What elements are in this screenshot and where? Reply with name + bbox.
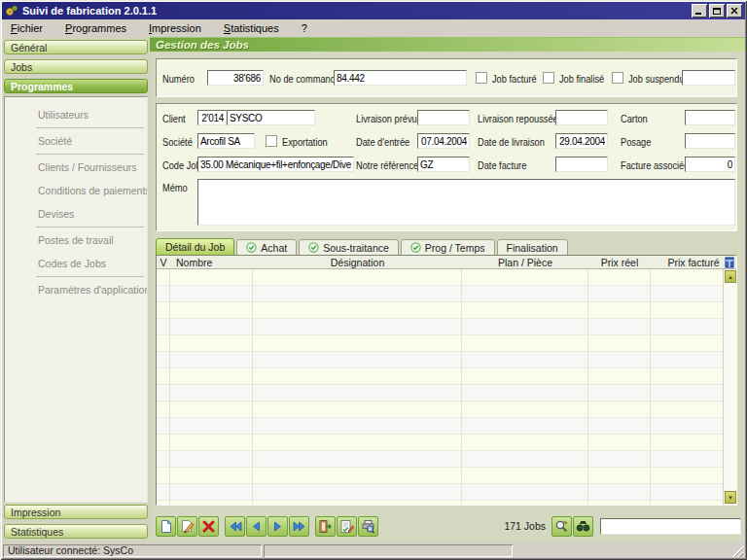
numero-field[interactable] [207,70,264,86]
validate-form-button[interactable] [337,516,357,537]
numero-label: Numéro [162,73,195,85]
previous-arrow-icon [250,520,263,533]
next-arrow-icon [271,520,284,533]
tab-detail-du-job[interactable]: Détail du Job [156,238,234,256]
job-finalise-checkbox[interactable] [543,72,554,84]
column-header-prix-facture[interactable]: Prix facturé [651,256,736,268]
print-preview-icon [361,519,375,534]
column-header-nombre[interactable]: Nombre [170,256,253,268]
no-commande-field[interactable] [334,70,467,86]
scroll-up-button[interactable]: ▲ [725,270,736,283]
table-body [157,269,723,505]
sidebar-item-conditions-de-paiements[interactable]: Conditions de paiements [5,179,147,202]
column-header-designation[interactable]: Désignation [253,256,462,268]
tab-sous-traitance[interactable]: Sous-traitance [299,239,399,256]
table-column [170,269,253,505]
delete-record-button[interactable] [198,516,219,537]
new-document-icon [159,519,173,534]
date-entree-field[interactable] [417,133,470,149]
magnifier-tools-icon [554,519,569,534]
edit-document-icon [180,519,195,534]
sidebar-item-utilisateurs[interactable]: Utilisateurs [5,103,147,126]
status-bar: Utilisateur connecté: SysCo [2,542,745,558]
column-header-v[interactable]: V [157,256,170,268]
posage-field[interactable] [685,133,735,149]
print-preview-button[interactable] [358,516,378,537]
binoculars-icon [576,519,590,534]
status-extra-panel [264,544,513,557]
livraison-repoussee-field[interactable] [555,110,608,125]
column-header-prix-reel[interactable]: Prix réel [588,256,651,268]
date-livraison-label: Date de livraison [478,136,545,148]
memo-field[interactable] [197,179,735,226]
livraison-prevue-label: Livraison prévue [356,113,422,124]
last-record-button[interactable] [289,516,309,537]
search-button[interactable] [573,516,593,537]
menu-programmes[interactable]: Programmes [62,21,129,35]
table-scrollbar[interactable]: ▲ ▼ [723,269,736,505]
tab-label: Sous-traitance [323,242,389,254]
sidebar-group-programmes[interactable]: Programmes [4,79,148,93]
tab-achat[interactable]: Achat [236,239,297,256]
record-count: 171 Jobs [504,520,546,532]
search-tools-button[interactable] [551,516,572,537]
carton-field[interactable] [685,110,735,125]
sidebar: Général Jobs Programmes Utilisateurs Soc… [2,37,150,542]
sidebar-group-statistiques[interactable]: Statistiques [4,524,148,539]
next-record-button[interactable] [267,516,288,537]
minimize-button[interactable] [692,4,707,18]
new-record-button[interactable] [156,516,176,537]
check-icon [308,242,319,253]
main-content: Gestion des Jobs Numéro No de commande J… [150,37,745,542]
first-record-button[interactable] [225,516,245,537]
menu-fichier[interactable]: Fichier [8,21,46,35]
exportation-checkbox[interactable] [266,135,277,147]
resize-grip[interactable] [731,545,743,557]
table-column-grid [157,269,723,505]
facture-associee-field[interactable] [685,157,735,172]
sidebar-item-parametres-application[interactable]: Paramètres d'application [5,278,147,301]
sidebar-item-postes-de-travail[interactable]: Postes de travail [5,228,147,252]
societe-field[interactable] [197,133,255,149]
client-label: Client [162,113,186,124]
close-button[interactable] [727,4,742,18]
menu-help[interactable]: ? [299,21,310,35]
sidebar-items-panel: Utilisateurs Société Clients / Fournisse… [4,96,148,503]
notre-reference-field[interactable] [417,157,470,172]
table-options-icon[interactable] [725,257,734,268]
sidebar-item-societe[interactable]: Société [5,129,147,153]
date-facture-field[interactable] [555,157,608,172]
date-livraison-field[interactable] [555,133,608,149]
edit-record-button[interactable] [177,516,197,537]
menu-impression[interactable]: Impression [146,21,204,35]
menu-statistiques[interactable]: Statistiques [221,21,282,35]
maximize-button[interactable] [709,4,725,18]
sidebar-group-jobs[interactable]: Jobs [4,59,148,74]
client-code-field[interactable] [197,110,227,125]
title-bar[interactable]: Suivi de fabrication 2.0.1.1 [2,2,745,19]
client-name-field[interactable] [227,110,315,125]
search-input[interactable] [600,518,741,535]
sidebar-group-impression[interactable]: Impression [4,505,148,519]
sidebar-item-clients-fournisseurs[interactable]: Clients / Fournisseurs [5,156,147,179]
scroll-down-button[interactable]: ▼ [725,491,736,504]
job-facture-checkbox[interactable] [476,72,487,84]
tab-label: Détail du Job [165,241,225,253]
sidebar-item-devises[interactable]: Devises [5,202,147,226]
no-commande-label: No de commande [269,73,340,85]
job-suspendu-field[interactable] [682,70,735,86]
sidebar-separator [36,276,144,277]
delete-x-icon [201,519,216,534]
job-suspendu-checkbox[interactable] [612,72,623,84]
tab-finalisation[interactable]: Finalisation [497,239,568,256]
previous-record-button[interactable] [246,516,267,537]
tab-prog-temps[interactable]: Prog / Temps [401,239,495,256]
table-header: V Nombre Désignation Plan / Pièce Prix r… [157,256,736,269]
exit-button[interactable] [315,516,336,537]
code-job-field[interactable] [197,157,354,172]
sidebar-item-codes-de-jobs[interactable]: Codes de Jobs [5,252,147,275]
job-facture-label: Job facturé [492,73,537,85]
sidebar-group-general[interactable]: Général [4,40,148,54]
livraison-prevue-field[interactable] [417,110,470,125]
column-header-plan-piece[interactable]: Plan / Pièce [462,256,588,268]
